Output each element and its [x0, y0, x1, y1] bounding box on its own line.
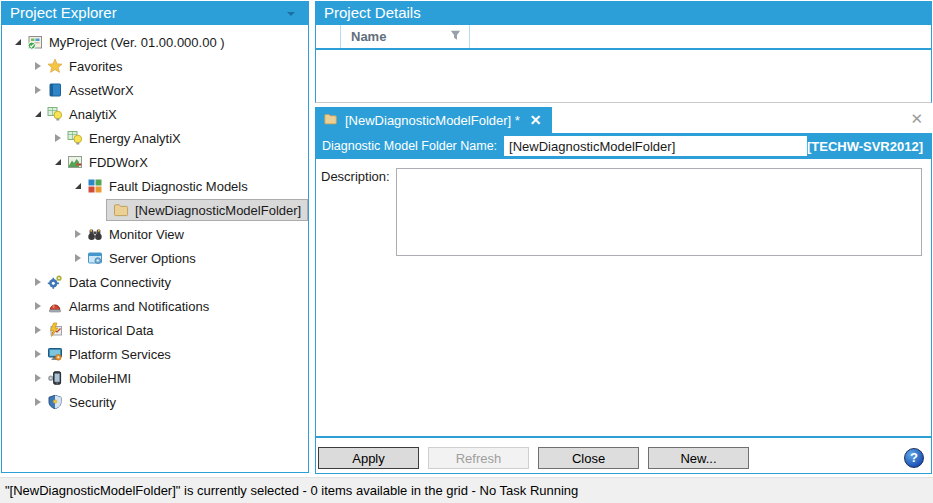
- tree-item-label: AnalytiX: [69, 107, 117, 122]
- tree-item-label: MobileHMI: [69, 371, 131, 386]
- project-explorer-header: Project Explorer: [2, 2, 308, 25]
- tab-newdiagnosticmodelfolder[interactable]: [NewDiagnosticModelFolder] * ✕: [315, 107, 552, 133]
- tree-item-assetworx[interactable]: AssetWorX: [2, 78, 308, 102]
- selected-tree-item-highlight[interactable]: [NewDiagnosticModelFolder]: [106, 199, 308, 221]
- button-row: Apply Refresh Close New...: [318, 447, 749, 469]
- tree-item-security[interactable]: Security: [2, 390, 308, 414]
- apply-button[interactable]: Apply: [318, 447, 419, 469]
- tree-item-label: Fault Diagnostic Models: [109, 179, 248, 194]
- analytix-icon: [46, 106, 63, 122]
- assetworx-icon: [46, 82, 63, 98]
- tree-item-fault-models[interactable]: Fault Diagnostic Models: [2, 174, 308, 198]
- collapsed-expander-icon[interactable]: [30, 86, 46, 94]
- collapsed-expander-icon[interactable]: [70, 254, 86, 262]
- status-text: "[NewDiagnosticModelFolder]" is currentl…: [5, 483, 578, 498]
- collapsed-expander-icon[interactable]: [50, 134, 66, 142]
- tree-item-label: Monitor View: [109, 227, 184, 242]
- tree-item-monitor[interactable]: Monitor View: [2, 222, 308, 246]
- tree-item-label: Energy AnalytiX: [89, 131, 181, 146]
- fddworx-icon: [66, 154, 83, 170]
- tree-item-label: FDDWorX: [89, 155, 148, 170]
- tree-item-energy-analytix[interactable]: Energy AnalytiX: [2, 126, 308, 150]
- tree-item-alarms[interactable]: Alarms and Notifications: [2, 294, 308, 318]
- project-details-header: Project Details: [316, 2, 931, 25]
- funnel-icon[interactable]: [449, 29, 462, 45]
- grid-name-column-header[interactable]: Name: [341, 25, 470, 48]
- tree-item-folder-selected[interactable]: [NewDiagnosticModelFolder]: [2, 198, 308, 222]
- collapsed-expander-icon[interactable]: [30, 398, 46, 406]
- historical-icon: [46, 322, 63, 338]
- name-input[interactable]: [504, 136, 807, 156]
- tree-item-project[interactable]: MyProject (Ver. 01.00.000.00 ): [2, 30, 308, 54]
- project-details-title: Project Details: [324, 4, 421, 21]
- new-button[interactable]: New...: [648, 447, 749, 469]
- panel-menu-caret-icon[interactable]: [287, 12, 295, 16]
- details-grid-header: Name: [316, 25, 931, 50]
- expanded-expander-icon[interactable]: [10, 39, 26, 45]
- close-button[interactable]: Close: [538, 447, 639, 469]
- mobilehmi-icon: [46, 370, 63, 386]
- expanded-expander-icon[interactable]: [50, 159, 66, 165]
- security-icon: [46, 394, 63, 410]
- folder-icon: [323, 112, 338, 129]
- refresh-button: Refresh: [428, 447, 529, 469]
- grid-row-selector-column: [316, 25, 341, 48]
- expanded-expander-icon[interactable]: [70, 183, 86, 189]
- collapsed-expander-icon[interactable]: [30, 350, 46, 358]
- tree-item-label: Alarms and Notifications: [69, 299, 209, 314]
- tree-item-platform[interactable]: Platform Services: [2, 342, 308, 366]
- editor-panel: Diagnostic Model Folder Name: [TECHW-SVR…: [315, 133, 932, 474]
- tree-item-mobilehmi[interactable]: MobileHMI: [2, 366, 308, 390]
- tree-item-label: Security: [69, 395, 116, 410]
- editor-tab-strip: [NewDiagnosticModelFolder] * ✕ ✕: [315, 107, 932, 133]
- description-label: Description:: [321, 168, 390, 184]
- collapsed-expander-icon[interactable]: [30, 302, 46, 310]
- button-separator: [316, 436, 931, 438]
- tab-label: [NewDiagnosticModelFolder] *: [345, 113, 520, 128]
- details-grid-body[interactable]: [316, 50, 931, 102]
- editor-toolbar: Diagnostic Model Folder Name: [TECHW-SVR…: [316, 133, 931, 159]
- tree-item-label: Data Connectivity: [69, 275, 171, 290]
- tree-item-label: Historical Data: [69, 323, 154, 338]
- tree-item-label: [NewDiagnosticModelFolder]: [135, 203, 301, 218]
- expanded-expander-icon[interactable]: [30, 111, 46, 117]
- tree-item-star[interactable]: Favorites: [2, 54, 308, 78]
- description-row: Description:: [316, 159, 931, 256]
- collapsed-expander-icon[interactable]: [30, 62, 46, 70]
- tree-item-fddworx[interactable]: FDDWorX: [2, 150, 308, 174]
- tree-item-label: MyProject (Ver. 01.00.000.00 ): [49, 35, 225, 50]
- tab-close-icon[interactable]: ✕: [530, 112, 542, 128]
- project-details-panel: Project Details Name: [315, 1, 932, 103]
- tree-item-label: AssetWorX: [69, 83, 134, 98]
- project-tree: MyProject (Ver. 01.00.000.00 )FavoritesA…: [2, 25, 308, 414]
- project-explorer-panel: Project Explorer MyProject (Ver. 01.00.0…: [1, 1, 309, 473]
- status-bar: "[NewDiagnosticModelFolder]" is currentl…: [0, 477, 933, 503]
- collapsed-expander-icon[interactable]: [30, 278, 46, 286]
- help-button[interactable]: ?: [904, 448, 924, 468]
- collapsed-expander-icon[interactable]: [30, 326, 46, 334]
- server-badge: [TECHW-SVR2012]: [807, 139, 923, 154]
- grid-name-column-label: Name: [351, 29, 386, 44]
- tree-item-server-options[interactable]: Server Options: [2, 246, 308, 270]
- tree-item-label: Platform Services: [69, 347, 171, 362]
- collapsed-expander-icon[interactable]: [30, 374, 46, 382]
- tree-item-analytix[interactable]: AnalytiX: [2, 102, 308, 126]
- tree-item-historical[interactable]: Historical Data: [2, 318, 308, 342]
- name-field-label: Diagnostic Model Folder Name:: [322, 139, 497, 153]
- tree-item-label: Favorites: [69, 59, 122, 74]
- collapsed-expander-icon[interactable]: [70, 230, 86, 238]
- server-options-icon: [86, 250, 103, 266]
- project-explorer-title: Project Explorer: [10, 4, 117, 21]
- fault-models-icon: [86, 178, 103, 194]
- data-connectivity-icon: [46, 274, 63, 290]
- platform-icon: [46, 346, 63, 362]
- energy-analytix-icon: [66, 130, 83, 146]
- description-textarea[interactable]: [396, 168, 922, 256]
- tree-item-data-connectivity[interactable]: Data Connectivity: [2, 270, 308, 294]
- monitor-icon: [86, 226, 103, 242]
- tree-item-label: Server Options: [109, 251, 196, 266]
- alarms-icon: [46, 298, 63, 314]
- project-icon: [26, 34, 43, 50]
- panel-close-icon[interactable]: ✕: [910, 111, 923, 126]
- folder-icon: [112, 202, 129, 218]
